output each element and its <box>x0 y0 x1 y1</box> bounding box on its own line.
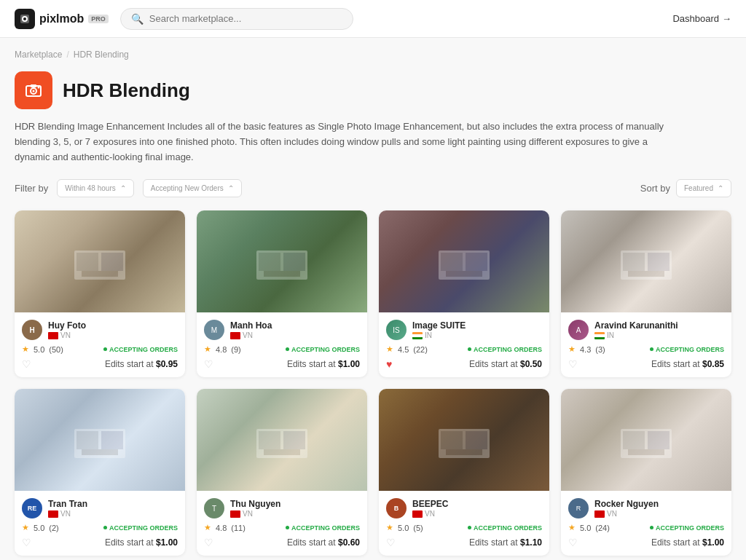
card-item[interactable]: B BEEPEC VN ★ 5.0 (5) <box>379 389 549 556</box>
card-rating: ★ 5.0 (24) ACCEPTING ORDERS <box>568 523 724 532</box>
favorite-button[interactable]: ♡ <box>386 537 396 548</box>
card-rating: ★ 4.3 (3) ACCEPTING ORDERS <box>568 344 724 354</box>
review-count: (2) <box>49 524 58 532</box>
favorite-button[interactable]: ♡ <box>22 358 31 370</box>
price-text: Edits start at $1.00 <box>105 537 178 548</box>
flag-icon <box>594 332 605 339</box>
favorite-button[interactable]: ♡ <box>568 358 578 370</box>
accepting-label: ACCEPTING ORDERS <box>656 524 724 532</box>
card-item[interactable]: A Aravind Karunanithi IN ★ 4.3 (3) <box>561 210 731 377</box>
card-seller: M Manh Hoa VN <box>204 320 360 340</box>
favorite-button[interactable]: ♡ <box>22 537 31 548</box>
card-footer: ♡ Edits start at $1.00 <box>204 358 360 370</box>
review-count: (24) <box>595 524 610 532</box>
card-rating: ★ 5.0 (5) ACCEPTING ORDERS <box>386 523 542 532</box>
seller-country: IN <box>594 331 678 339</box>
country-code: VN <box>60 331 71 339</box>
seller-name: Thu Nguyen <box>230 499 280 509</box>
card-image <box>561 210 731 312</box>
seller-country: VN <box>48 331 86 339</box>
seller-name: Manh Hoa <box>230 320 272 331</box>
hdr-category-icon <box>15 71 52 109</box>
svg-rect-38 <box>648 431 670 449</box>
price-text: Edits start at $0.95 <box>105 359 178 369</box>
rating-value: 4.5 <box>398 345 409 354</box>
search-box[interactable]: 🔍 <box>120 8 353 30</box>
star-icon: ★ <box>204 344 211 354</box>
accepting-label: ACCEPTING ORDERS <box>474 346 542 353</box>
favorite-button[interactable]: ♥ <box>386 358 392 370</box>
order-filter-value: Accepting New Orders <box>151 184 224 192</box>
svg-rect-11 <box>82 271 118 277</box>
favorite-button[interactable]: ♡ <box>204 358 213 370</box>
seller-avatar: B <box>386 498 407 518</box>
card-footer: ♡ Edits start at $1.00 <box>568 537 724 548</box>
breadcrumb-parent[interactable]: Marketplace <box>15 50 62 60</box>
accepting-badge: ACCEPTING ORDERS <box>103 346 178 353</box>
star-icon: ★ <box>386 344 393 354</box>
price-text: Edits start at $0.50 <box>469 359 542 369</box>
favorite-button[interactable]: ♡ <box>204 537 213 548</box>
favorite-button[interactable]: ♡ <box>568 537 578 548</box>
order-filter-select[interactable]: Accepting New Orders ⌃ <box>143 179 242 197</box>
svg-rect-21 <box>623 253 645 271</box>
price-value: $0.85 <box>702 359 724 369</box>
accepting-dot <box>468 347 471 351</box>
seller-avatar: M <box>204 320 224 340</box>
sort-label: Sort by <box>640 183 670 194</box>
card-item[interactable]: RE Tran Tran VN ★ 5.0 (2) <box>15 389 185 556</box>
seller-country: VN <box>412 510 448 518</box>
accepting-dot <box>286 526 289 529</box>
star-icon: ★ <box>386 523 393 532</box>
card-seller: RE Tran Tran VN <box>22 498 178 518</box>
accepting-label: ACCEPTING ORDERS <box>291 524 360 532</box>
svg-rect-23 <box>628 271 664 277</box>
card-image <box>15 389 185 491</box>
seller-name: Tran Tran <box>48 499 87 509</box>
seller-country: VN <box>230 510 280 518</box>
price-text: Edits start at $0.85 <box>651 359 724 369</box>
sort-select[interactable]: Featured ⌃ <box>676 179 731 197</box>
rating-value: 4.3 <box>580 345 591 354</box>
card-item[interactable]: IS Image SUITE IN ★ 4.5 (22) <box>379 210 549 377</box>
dashboard-arrow: → <box>722 13 731 24</box>
card-body: M Manh Hoa VN ★ 4.8 (9) <box>197 312 367 377</box>
card-body: RE Tran Tran VN ★ 5.0 (2) <box>15 491 185 556</box>
svg-rect-22 <box>648 253 670 271</box>
dashboard-link[interactable]: Dashboard → <box>672 13 731 24</box>
card-body: B BEEPEC VN ★ 5.0 (5) <box>379 491 549 556</box>
card-item[interactable]: M Manh Hoa VN ★ 4.8 (9) <box>197 210 367 377</box>
svg-rect-14 <box>283 253 305 271</box>
search-input[interactable] <box>149 13 342 24</box>
logo[interactable]: pixlmob PRO <box>15 9 109 29</box>
card-item[interactable]: R Rocker Nguyen VN ★ 5.0 (24) <box>561 389 731 556</box>
price-value: $1.00 <box>702 537 724 548</box>
breadcrumb: Marketplace / HDR Blending <box>15 50 731 60</box>
price-value: $0.60 <box>338 537 360 548</box>
svg-rect-17 <box>441 253 463 271</box>
price-text: Edits start at $0.60 <box>287 537 360 548</box>
star-icon: ★ <box>22 344 29 354</box>
card-item[interactable]: T Thu Nguyen VN ★ 4.8 (11) <box>197 389 367 556</box>
price-value: $1.00 <box>156 537 178 548</box>
time-filter-select[interactable]: Within 48 hours ⌃ <box>57 179 133 197</box>
flag-icon <box>48 332 58 339</box>
card-seller: A Aravind Karunanithi IN <box>568 320 724 340</box>
rating-value: 5.0 <box>34 524 44 532</box>
card-body: A Aravind Karunanithi IN ★ 4.3 (3) <box>561 312 731 377</box>
card-footer: ♥ Edits start at $0.50 <box>386 358 542 370</box>
accepting-badge: ACCEPTING ORDERS <box>286 524 360 532</box>
svg-rect-13 <box>259 253 280 271</box>
card-item[interactable]: H Huy Foto VN ★ 5.0 (50) <box>15 210 185 377</box>
seller-info: Rocker Nguyen VN <box>594 499 659 518</box>
country-code: VN <box>425 510 435 518</box>
card-seller: B BEEPEC VN <box>386 498 542 518</box>
search-icon: 🔍 <box>131 13 144 25</box>
review-count: (9) <box>231 345 240 354</box>
svg-point-7 <box>38 87 40 89</box>
seller-avatar: IS <box>386 320 407 340</box>
flag-icon <box>594 510 605 518</box>
seller-country: VN <box>594 510 659 518</box>
card-image <box>197 210 367 312</box>
seller-name: BEEPEC <box>412 499 448 509</box>
